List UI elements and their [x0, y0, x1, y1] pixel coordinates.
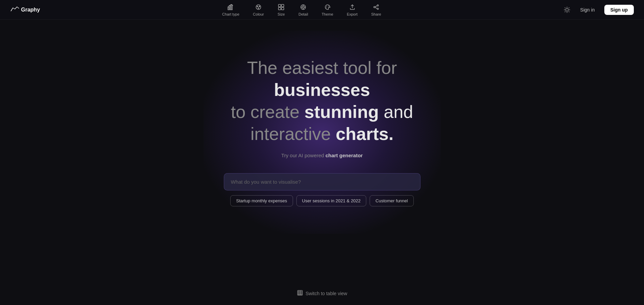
search-container: [224, 173, 421, 190]
svg-point-26: [377, 8, 378, 9]
svg-rect-5: [230, 6, 231, 10]
svg-rect-6: [231, 5, 232, 10]
svg-point-22: [328, 6, 329, 6]
size-icon: [277, 3, 285, 11]
svg-line-36: [569, 7, 569, 8]
logo[interactable]: Graphy: [10, 6, 40, 14]
svg-line-3: [17, 7, 19, 8]
subtitle-bold: chart generator: [326, 152, 363, 158]
theme-toggle-icon[interactable]: [563, 6, 571, 14]
svg-line-37: [565, 11, 565, 12]
navbar: Graphy Chart type: [0, 0, 644, 20]
svg-line-35: [569, 11, 569, 12]
nav-label-theme: Theme: [321, 12, 333, 16]
nav-label-colour: Colour: [253, 12, 264, 16]
hero-line3-plain: interactive: [251, 124, 336, 144]
subtitle-plain: Try our AI powered: [281, 152, 325, 158]
nav-item-detail[interactable]: Detail: [298, 3, 308, 16]
theme-icon: [324, 3, 331, 11]
logo-icon: [10, 6, 20, 14]
nav-label-export: Export: [347, 12, 358, 16]
colour-icon: [255, 3, 262, 11]
share-icon: [372, 3, 380, 11]
chip-funnel[interactable]: Customer funnel: [370, 195, 413, 206]
hero-subtitle: Try our AI powered chart generator: [281, 152, 363, 158]
svg-line-27: [375, 6, 377, 7]
svg-rect-13: [278, 7, 281, 10]
nav-item-export[interactable]: Export: [347, 3, 358, 16]
chip-startup[interactable]: Startup monthly expenses: [230, 195, 293, 206]
svg-rect-12: [281, 4, 284, 7]
svg-line-28: [375, 7, 377, 8]
svg-point-8: [257, 6, 258, 7]
main-content: The easiest tool for businesses to creat…: [0, 20, 644, 206]
hero-line2-plain: to create: [231, 102, 305, 122]
nav-center: Chart type Colour: [222, 3, 381, 16]
chip-sessions[interactable]: User sessions in 2021 & 2022: [296, 195, 367, 206]
nav-item-theme[interactable]: Theme: [321, 3, 333, 16]
table-icon: [297, 290, 303, 297]
nav-item-colour[interactable]: Colour: [253, 3, 264, 16]
nav-label-share: Share: [371, 12, 381, 16]
switch-label: Switch to table view: [306, 291, 347, 296]
svg-line-34: [565, 7, 565, 8]
nav-item-chart-type[interactable]: Chart type: [222, 3, 239, 16]
nav-label-size: Size: [278, 12, 285, 16]
nav-item-size[interactable]: Size: [277, 3, 285, 16]
svg-point-16: [302, 6, 304, 8]
svg-point-29: [566, 8, 568, 11]
signup-button[interactable]: Sign up: [604, 5, 634, 15]
svg-point-23: [326, 7, 327, 8]
svg-line-1: [13, 8, 15, 9]
hero-title: The easiest tool for businesses to creat…: [203, 57, 441, 145]
hero-line3-bold: charts.: [336, 124, 394, 144]
logo-text: Graphy: [21, 7, 40, 13]
svg-line-0: [11, 8, 13, 11]
svg-line-2: [15, 7, 17, 9]
svg-point-10: [258, 7, 259, 9]
svg-point-24: [377, 5, 378, 6]
chips-container: Startup monthly expenses User sessions i…: [230, 195, 413, 206]
hero-line1-bold: businesses: [274, 80, 370, 100]
switch-to-table-view[interactable]: Switch to table view: [297, 290, 347, 297]
hero-line2-bold: stunning: [305, 102, 379, 122]
search-input[interactable]: [224, 173, 421, 190]
nav-label-chart-type: Chart type: [222, 12, 239, 16]
hero-line2-and: and: [379, 102, 413, 122]
nav-item-share[interactable]: Share: [371, 3, 381, 16]
nav-right: Sign in Sign up: [563, 5, 634, 15]
signin-button[interactable]: Sign in: [576, 5, 599, 15]
svg-rect-4: [228, 7, 229, 10]
svg-rect-11: [278, 4, 281, 7]
detail-icon: [299, 3, 307, 11]
hero-line1-plain: The easiest tool for: [247, 58, 397, 78]
svg-point-21: [326, 6, 327, 7]
svg-point-25: [374, 6, 375, 8]
chart-type-icon: [227, 3, 234, 11]
svg-rect-14: [281, 7, 284, 10]
export-icon: [349, 3, 356, 11]
nav-label-detail: Detail: [298, 12, 308, 16]
svg-point-9: [259, 6, 260, 7]
